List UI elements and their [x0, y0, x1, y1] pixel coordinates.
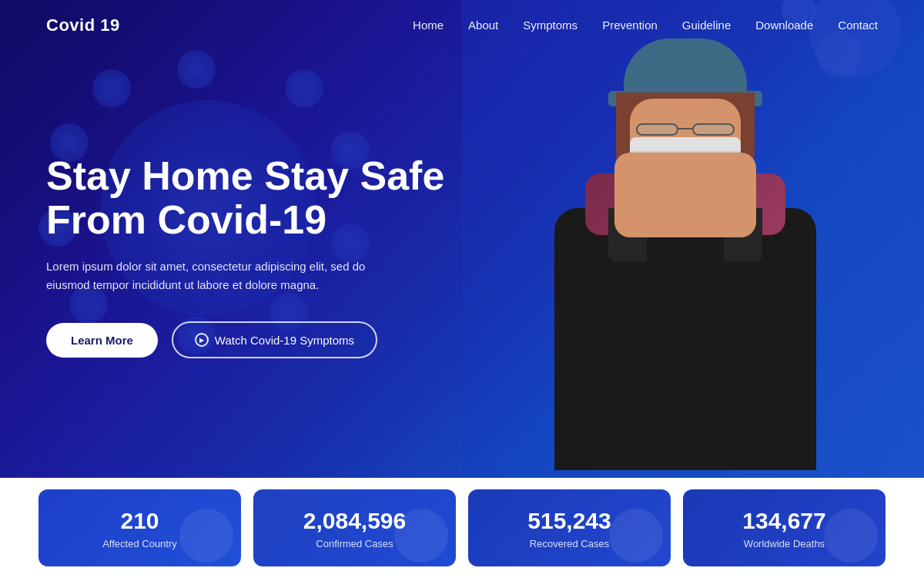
- stat-card-recovered: 515,243 Recovered Cases: [468, 489, 671, 566]
- nav-links: Home About Symptoms Prevention Guideline…: [413, 18, 878, 32]
- stat-label-deaths: Worldwide Deaths: [744, 538, 825, 549]
- glasses-bridge: [678, 128, 692, 129]
- stat-label-recovered: Recovered Cases: [530, 538, 609, 549]
- watch-symptoms-button[interactable]: ▶ Watch Covid-19 Symptoms: [172, 321, 377, 358]
- learn-more-button[interactable]: Learn More: [46, 323, 158, 358]
- nav-item-about[interactable]: About: [468, 18, 498, 32]
- hero-section: Covid 19 Home About Symptoms Prevention …: [0, 0, 924, 478]
- stats-container: 210 Affected Country 2,084,596 Confirmed…: [38, 489, 886, 566]
- nav-item-prevention[interactable]: Prevention: [602, 18, 658, 32]
- stat-label-confirmed: Confirmed Cases: [316, 538, 393, 549]
- nav-item-contact[interactable]: Contact: [838, 18, 878, 32]
- nav-link-prevention[interactable]: Prevention: [602, 18, 658, 32]
- hero-person-figure: [516, 39, 862, 470]
- stat-label-affected: Affected Country: [102, 538, 177, 549]
- nav-link-about[interactable]: About: [468, 18, 498, 32]
- hero-buttons: Learn More ▶ Watch Covid-19 Symptoms: [46, 321, 444, 358]
- hero-subtitle: Lorem ipsum dolor sit amet, consectetur …: [46, 257, 400, 294]
- stat-number-deaths: 134,677: [742, 507, 825, 535]
- stat-card-confirmed: 2,084,596 Confirmed Cases: [253, 489, 456, 566]
- person-glasses: [630, 123, 741, 136]
- hero-title: Stay Home Stay Safe From Covid-19: [46, 154, 444, 242]
- person-hands: [614, 153, 756, 237]
- nav-item-guideline[interactable]: Guideline: [682, 18, 731, 32]
- navbar: Covid 19 Home About Symptoms Prevention …: [0, 0, 924, 51]
- stat-card-affected: 210 Affected Country: [38, 489, 241, 566]
- stat-number-recovered: 515,243: [527, 507, 611, 535]
- stat-number-confirmed: 2,084,596: [303, 507, 406, 535]
- virus-spike: [285, 69, 323, 108]
- hero-title-line2: From Covid-19: [46, 197, 326, 242]
- glasses-left-lens: [636, 123, 678, 136]
- nav-item-downloade[interactable]: Downloade: [755, 18, 813, 32]
- nav-item-symptoms[interactable]: Symptoms: [523, 18, 578, 32]
- site-logo: Covid 19: [46, 15, 120, 35]
- stat-number-affected: 210: [120, 507, 159, 535]
- play-icon: ▶: [195, 333, 209, 347]
- person-jacket: [554, 208, 816, 470]
- nav-item-home[interactable]: Home: [413, 18, 444, 32]
- nav-link-downloade[interactable]: Downloade: [755, 18, 813, 32]
- stats-bar: 210 Affected Country 2,084,596 Confirmed…: [0, 478, 924, 578]
- hero-content: Stay Home Stay Safe From Covid-19 Lorem …: [46, 154, 444, 358]
- nav-link-contact[interactable]: Contact: [838, 18, 878, 32]
- nav-link-home[interactable]: Home: [413, 18, 444, 32]
- glasses-right-lens: [692, 123, 735, 136]
- stat-card-deaths: 134,677 Worldwide Deaths: [683, 489, 886, 566]
- hero-title-line1: Stay Home Stay Safe: [46, 153, 444, 198]
- virus-spike: [92, 69, 131, 108]
- virus-spike: [177, 50, 216, 89]
- watch-label: Watch Covid-19 Symptoms: [215, 334, 354, 347]
- nav-link-guideline[interactable]: Guideline: [682, 18, 731, 32]
- nav-link-symptoms[interactable]: Symptoms: [523, 18, 578, 32]
